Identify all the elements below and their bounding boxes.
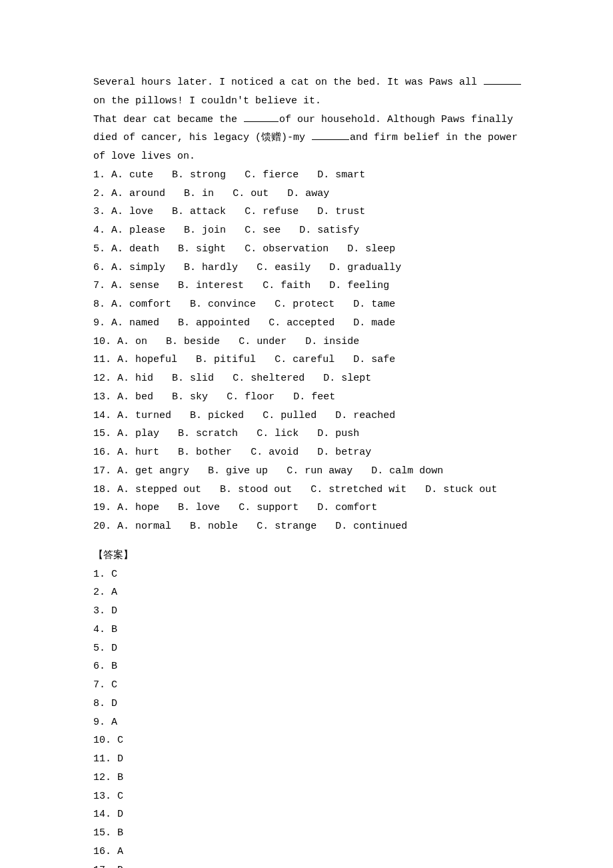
option-letter: A	[111, 262, 117, 273]
question-option: A. please	[111, 221, 165, 240]
option-letter: D	[287, 188, 293, 199]
question-option: C. faith	[263, 277, 310, 295]
question-option: D. push	[317, 425, 359, 443]
option-letter: B	[184, 188, 190, 199]
option-text: continued	[353, 521, 407, 532]
option-letter: C	[245, 225, 251, 236]
option-letter: C	[275, 354, 281, 365]
option-letter: B	[190, 410, 196, 421]
answer-value: B	[111, 624, 117, 635]
question-option: C. accepted	[269, 314, 334, 333]
option-text: hardly	[202, 262, 238, 273]
question-number: 6	[93, 262, 99, 273]
answer-value: D	[111, 698, 117, 709]
answer-value: D	[111, 605, 117, 617]
option-letter: C	[245, 169, 251, 181]
option-text: attack	[190, 206, 226, 217]
question-option: D. betray	[317, 443, 371, 462]
question-option: C. lick	[257, 425, 299, 443]
option-text: accepted	[287, 317, 334, 329]
question-option: D. feet	[293, 388, 335, 407]
question-row: 6. A. simplyB. hardlyC. easilyD. gradual…	[93, 259, 526, 277]
passage-paragraph-1: Several hours later. I noticed a cat on …	[93, 73, 526, 111]
answer-value: D	[117, 753, 123, 765]
answer-row: 1. C	[93, 565, 526, 584]
question-option: B. noble	[190, 517, 238, 536]
answer-number: 16	[93, 846, 105, 857]
option-letter: C	[239, 336, 245, 347]
question-number: 19	[93, 502, 105, 513]
option-text: refuse	[263, 206, 299, 217]
option-text: run away	[305, 465, 352, 477]
answer-row: 6. B	[93, 657, 526, 676]
question-row: 16. A. hurtB. botherC. avoidD. betray	[93, 443, 526, 462]
question-option: B. convince	[190, 295, 256, 314]
option-text: on	[135, 336, 147, 347]
option-text: in	[202, 188, 214, 199]
option-letter: B	[172, 373, 178, 384]
option-letter: B	[172, 169, 178, 181]
question-row: 7. A. senseB. interestC. faithD. feeling	[93, 277, 526, 295]
question-option: D. slept	[323, 369, 371, 388]
option-text: convince	[208, 299, 256, 310]
option-text: stepped out	[135, 484, 201, 495]
document-page: Several hours later. I noticed a cat on …	[0, 0, 613, 868]
question-option: B. slid	[172, 369, 214, 388]
question-option: A. normal	[117, 517, 171, 536]
option-letter: C	[233, 373, 239, 384]
question-number: 15	[93, 428, 105, 439]
option-letter: B	[190, 299, 196, 310]
option-text: under	[257, 336, 287, 347]
answer-value: B	[117, 772, 123, 783]
question-option: C. pulled	[263, 407, 316, 425]
question-option: C. strange	[257, 517, 316, 536]
question-option: D. made	[353, 314, 395, 333]
option-letter: D	[329, 262, 335, 273]
answers-header: 【答案】	[93, 547, 526, 565]
option-text: interest	[196, 280, 244, 291]
option-text: turned	[135, 410, 171, 421]
option-letter: A	[111, 299, 117, 310]
question-number: 2	[93, 188, 99, 199]
question-option: C. protect	[275, 295, 334, 314]
question-row: 15. A. playB. scratchC. lickD. push	[93, 425, 526, 443]
option-text: please	[129, 225, 165, 236]
question-row: 9. A. namedB. appointedC. acceptedD. mad…	[93, 314, 526, 333]
option-text: sheltered	[251, 373, 305, 384]
option-text: get angry	[135, 465, 189, 477]
option-letter: A	[117, 373, 123, 384]
question-option: A. simply	[111, 259, 165, 277]
question-option: D. tame	[353, 295, 395, 314]
question-option: D. feeling	[329, 277, 389, 295]
option-letter: C	[257, 262, 263, 273]
answer-row: 13. C	[93, 787, 526, 806]
option-text: push	[335, 428, 359, 439]
option-text: away	[305, 188, 329, 199]
option-letter: C	[239, 502, 245, 513]
option-text: death	[129, 243, 159, 255]
answer-value: A	[117, 846, 123, 857]
option-text: slept	[341, 373, 371, 384]
question-option: D. away	[287, 185, 329, 203]
option-letter: D	[371, 465, 377, 477]
option-letter: B	[178, 317, 184, 329]
option-text: stretched wit	[328, 484, 406, 495]
answer-row: 14. D	[93, 805, 526, 824]
question-option: D. comfort	[317, 499, 377, 517]
question-option: A. hopeful	[117, 351, 177, 369]
option-text: scratch	[196, 428, 238, 439]
answer-number: 1	[93, 569, 99, 580]
option-letter: D	[317, 502, 323, 513]
answer-value: C	[111, 679, 117, 691]
option-text: love	[129, 206, 153, 217]
question-number: 16	[93, 447, 105, 458]
question-row: 12. A. hidB. slidC. shelteredD. slept	[93, 369, 526, 388]
option-text: tame	[371, 299, 395, 310]
option-letter: B	[166, 336, 172, 347]
option-letter: B	[184, 262, 190, 273]
question-number: 18	[93, 484, 105, 495]
question-option: C. out	[233, 185, 269, 203]
question-option: B. interest	[178, 277, 244, 295]
option-text: satisfy	[317, 225, 359, 236]
option-text: made	[371, 317, 395, 329]
